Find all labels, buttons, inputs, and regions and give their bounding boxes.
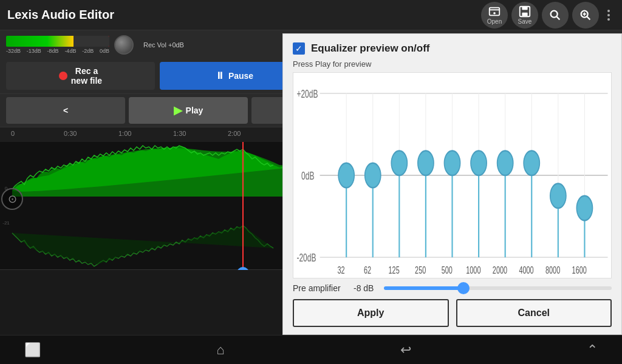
apply-button[interactable]: Apply [293,299,449,327]
ruler-mark-200: 2:00 [228,130,241,137]
svg-point-46 [576,196,592,221]
ruler-mark-130: 1:30 [173,130,186,137]
vu-bar [6,36,109,47]
rec-new-button[interactable]: Rec anew file [6,62,155,90]
svg-text:4000: 4000 [519,265,533,276]
play-label: Play [186,106,203,115]
svg-rect-4 [522,13,527,16]
equalizer-modal: ✓ Equalizer preview on/off Press Play fo… [282,33,622,335]
eq-chart: +20dB 0dB -20dB [293,72,612,278]
home-button[interactable]: ⌂ [216,342,224,358]
eq-header: ✓ Equalizer preview on/off [293,42,612,55]
svg-point-28 [338,163,354,188]
svg-text:250: 250 [415,265,426,276]
svg-point-30 [365,163,381,188]
system-bar: ⬜ ⌂ ↩ ⌃ [0,335,622,364]
ruler-mark-30: 0:30 [64,130,77,137]
vu-meter: -32dB -13dB -8dB -4dB -2dB 0dB [6,36,109,54]
svg-text:2000: 2000 [493,265,507,276]
svg-text:125: 125 [389,265,400,276]
save-button[interactable]: Save [511,2,538,29]
svg-point-42 [524,150,539,175]
svg-line-6 [556,16,559,19]
svg-text:1000: 1000 [466,265,480,276]
svg-text:+20dB: +20dB [296,87,318,99]
play-triangle: ▶ [174,104,182,117]
svg-point-36 [444,150,460,175]
svg-rect-3 [522,7,527,10]
more-menu-button[interactable] [603,2,615,29]
back-label: < [63,106,68,115]
ruler-mark-0: 0 [11,130,15,137]
pre-amp-row: Pre amplifier -8 dB [293,283,612,293]
svg-point-40 [497,150,513,175]
svg-text:0dB: 0dB [301,169,314,181]
eq-subtitle: Press Play for preview [293,59,612,69]
pause-icon: ⏸ [215,70,225,81]
top-bar: Lexis Audio Editor Open Save [0,0,622,30]
zoom-button[interactable] [572,2,599,29]
eq-title: Equalizer preview on/off [311,42,430,55]
back-button[interactable]: < [6,97,125,124]
svg-text:500: 500 [442,265,453,276]
svg-point-1 [493,12,496,15]
ruler-mark-100: 1:00 [118,130,131,137]
volume-dial[interactable] [114,35,134,55]
svg-text:-20dB: -20dB [296,251,316,263]
svg-point-32 [391,150,407,175]
db-mid2: -21 [2,220,10,226]
chevron-button[interactable]: ⌃ [587,342,598,358]
open-label: Open [487,18,502,25]
pre-amp-thumb[interactable] [457,282,470,294]
svg-text:1600: 1600 [572,265,587,276]
svg-text:62: 62 [364,265,371,276]
svg-point-38 [471,150,487,175]
svg-text:32: 32 [337,265,344,276]
rec-dot [59,72,67,80]
back-button-sys[interactable]: ↩ [400,342,411,358]
svg-point-5 [551,10,558,17]
save-label: Save [518,18,532,25]
search-button[interactable] [542,2,569,29]
eq-preview-checkbox[interactable]: ✓ [293,42,305,55]
eq-buttons: Apply Cancel [293,299,612,327]
rec-new-label: Rec anew file [71,66,102,86]
nav-left-button[interactable]: ⊙ [1,188,23,210]
pre-amp-label: Pre amplifier [293,283,347,293]
cancel-button[interactable]: Cancel [456,299,612,327]
open-button[interactable]: Open [481,2,508,29]
pause-rec-label: Pause [228,71,253,81]
window-button[interactable]: ⬜ [24,342,41,358]
app-title: Lexis Audio Editor [7,8,477,22]
vu-labels: -32dB -13dB -8dB -4dB -2dB 0dB [6,48,109,54]
pre-amp-value: -8 dB [354,283,378,293]
svg-point-44 [550,184,566,209]
rec-vol-label: Rec Vol +0dB [143,41,184,49]
pre-amp-slider[interactable] [384,286,612,290]
svg-line-8 [587,16,590,19]
svg-text:8000: 8000 [545,265,560,276]
play-button[interactable]: ▶ Play [129,97,248,124]
svg-point-34 [418,150,434,175]
